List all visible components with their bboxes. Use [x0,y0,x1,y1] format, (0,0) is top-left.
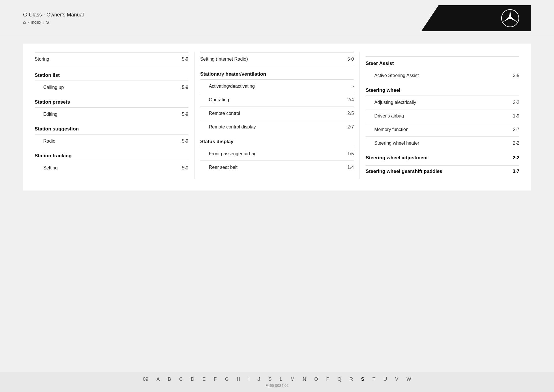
alpha-F[interactable]: F [214,376,217,382]
active-steering-assist-page: 3›5 [513,73,519,78]
footer-code: F465 0024 02 [265,383,289,388]
svg-marker-3 [503,16,510,22]
drivers-airbag-page: 1›9 [513,113,519,119]
remote-control-display-page: 2›7 [347,124,354,130]
item-remote-control[interactable]: Remote control 2›5 [200,107,354,120]
section-header-steering-wheel-gearshift: Steering wheel gearshift paddles 3›7 [366,165,519,177]
section-steering-wheel-adjustment: Steering wheel adjustment 2›2 [366,152,519,163]
alpha-A[interactable]: A [156,376,160,382]
steering-wheel-gearshift-label: Steering wheel gearshift paddles [366,169,442,174]
setting-tracking-label: Setting [43,165,179,171]
main-content: Storing 5›9 Station list Calling up 5›9 … [23,44,531,191]
alpha-D[interactable]: D [191,376,194,382]
radio-label: Radio [43,139,179,144]
alpha-H[interactable]: H [237,376,240,382]
section-header-station-presets: Station presets [35,96,188,107]
alpha-Q[interactable]: Q [338,376,341,382]
columns-container: Storing 5›9 Station list Calling up 5›9 … [35,52,519,179]
active-steering-assist-label: Active Steering Assist [374,73,510,78]
section-stationary-heater: Stationary heater/ventilation Activating… [200,68,354,134]
home-icon[interactable]: ⌂ [23,20,26,25]
rear-seat-belt-label: Rear seat belt [209,165,345,170]
drivers-airbag-label: Driver's airbag [374,113,510,119]
alpha-I[interactable]: I [248,376,250,382]
setting-internet-label: Setting (Internet Radio) [200,57,248,62]
item-activating-deactivating[interactable]: Activating/deactivating › [200,79,354,93]
remote-control-label: Remote control [209,111,345,116]
operating-page: 2›4 [347,97,354,102]
item-rear-seat-belt[interactable]: Rear seat belt 1›4 [200,160,354,174]
alpha-E[interactable]: E [202,376,205,382]
section-header-steer-assist: Steer Assist [366,56,519,69]
item-radio[interactable]: Radio 5›9 [35,134,188,148]
alpha-09[interactable]: 09 [143,376,148,382]
item-memory-function[interactable]: Memory function 2›7 [366,123,519,136]
svg-marker-2 [510,16,518,22]
remote-control-page: 2›5 [347,111,354,116]
alpha-V[interactable]: V [395,376,398,382]
radio-page: 5›9 [182,139,188,144]
page-title: G-Class - Owner's Manual [23,12,84,18]
activating-label: Activating/deactivating [209,84,350,89]
alpha-P[interactable]: P [326,376,329,382]
section-steering-wheel: Steering wheel Adjusting electrically 2›… [366,85,519,150]
breadcrumb-sep-2: › [43,20,44,25]
alpha-C[interactable]: C [179,376,183,382]
mercedes-logo [501,9,519,27]
alpha-N[interactable]: N [303,376,306,382]
section-station-tracking: Station tracking Setting 5›0 [35,150,188,175]
alpha-W[interactable]: W [407,376,411,382]
section-header-steering-wheel: Steering wheel [366,85,519,96]
alpha-S-light[interactable]: S [268,376,272,382]
steering-wheel-adjustment-label: Steering wheel adjustment [366,155,428,161]
alpha-T[interactable]: T [373,376,375,382]
section-header-status-display: Status display [200,136,354,147]
alpha-G[interactable]: G [225,376,229,382]
section-header-steering-wheel-adjustment: Steering wheel adjustment 2›2 [366,152,519,163]
steering-wheel-heater-page: 2›2 [513,141,519,146]
section-header-station-list: Station list [35,70,188,81]
alpha-B[interactable]: B [168,376,171,382]
column-2: Setting (Internet Radio) 5›0 Stationary … [194,52,360,179]
adjusting-electrically-page: 2›2 [513,100,519,105]
header-left: G-Class - Owner's Manual ⌂ › Index › S [23,12,84,25]
steering-wheel-gearshift-page: 3›7 [512,169,519,174]
memory-function-label: Memory function [374,127,510,132]
adjusting-electrically-label: Adjusting electrically [374,100,510,105]
top-item-setting-internet[interactable]: Setting (Internet Radio) 5›0 [200,52,354,66]
footer: 09 A B C D E F G H I J S L M N O P Q R S… [0,372,554,392]
item-adjusting-electrically[interactable]: Adjusting electrically 2›2 [366,96,519,109]
item-drivers-airbag[interactable]: Driver's airbag 1›9 [366,109,519,123]
svg-point-4 [509,17,511,19]
section-header-stationary-heater: Stationary heater/ventilation [200,68,354,79]
alpha-O[interactable]: O [314,376,318,382]
item-remote-control-display[interactable]: Remote control display 2›7 [200,120,354,134]
top-item-storing[interactable]: Storing 5›9 [35,52,188,66]
calling-up-label: Calling up [43,85,179,90]
item-calling-up[interactable]: Calling up 5›9 [35,81,188,94]
section-station-suggestion: Station suggestion Radio 5›9 [35,123,188,148]
steering-wheel-heater-label: Steering wheel heater [374,141,510,146]
item-setting-tracking[interactable]: Setting 5›0 [35,161,188,175]
memory-function-page: 2›7 [513,127,519,132]
alpha-R[interactable]: R [349,376,353,382]
alpha-M[interactable]: M [291,376,295,382]
alpha-L[interactable]: L [280,376,282,382]
item-active-steering-assist[interactable]: Active Steering Assist 3›5 [366,69,519,82]
storing-page: 5›9 [182,57,188,62]
header: G-Class - Owner's Manual ⌂ › Index › S [0,0,554,35]
item-editing[interactable]: Editing 5›9 [35,107,188,121]
item-operating[interactable]: Operating 2›4 [200,93,354,107]
breadcrumb-current: S [46,20,49,25]
setting-internet-page: 5›0 [347,57,354,62]
section-station-list: Station list Calling up 5›9 [35,70,188,94]
alpha-J[interactable]: J [258,376,260,382]
alpha-S-active[interactable]: S [361,376,364,382]
calling-up-page: 5›9 [182,85,188,90]
item-front-passenger-airbag[interactable]: Front passenger airbag 1›5 [200,147,354,160]
editing-page: 5›9 [182,112,188,117]
remote-control-display-label: Remote control display [209,124,345,130]
breadcrumb-index[interactable]: Index [31,20,41,25]
item-steering-wheel-heater[interactable]: Steering wheel heater 2›2 [366,136,519,150]
alpha-U[interactable]: U [383,376,387,382]
